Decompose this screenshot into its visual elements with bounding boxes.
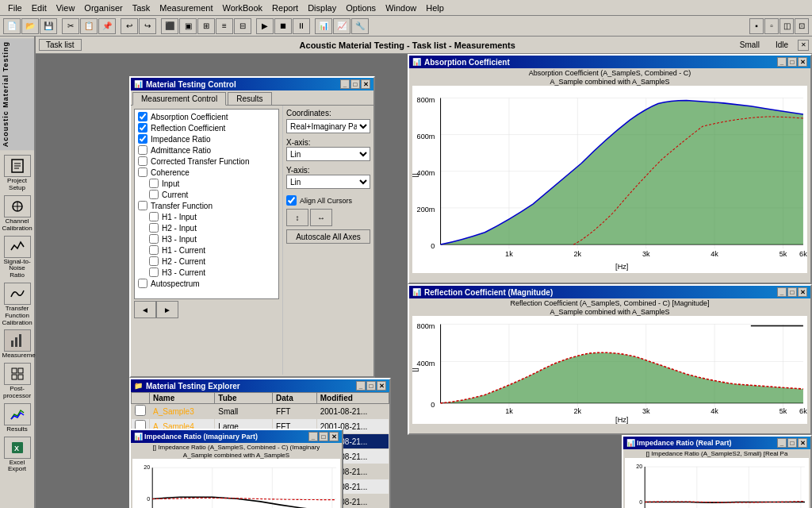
tb-b9[interactable]: 📊 <box>315 18 332 34</box>
tb-b3[interactable]: ⊞ <box>197 18 215 34</box>
cb-coh-input-check[interactable] <box>149 179 159 188</box>
tb-b8[interactable]: ⏸ <box>293 18 310 34</box>
tb-layout3[interactable]: ◫ <box>779 18 794 34</box>
imp-re-title-bar[interactable]: 📊 Impedance Ratio (Real Part) _ □ ✕ <box>623 437 810 449</box>
tb-layout1[interactable]: ▪ <box>749 18 764 34</box>
tb-b7[interactable]: ⏹ <box>274 18 292 34</box>
sidebar-btn-results[interactable]: Results <box>2 403 33 433</box>
tab-results[interactable]: Results <box>228 92 271 105</box>
ref-close[interactable]: ✕ <box>798 287 807 297</box>
cb-h2-input-check[interactable] <box>149 223 159 233</box>
cb-autospectrum[interactable]: Autospectrum <box>136 278 277 289</box>
cb-h3-current-check[interactable] <box>149 267 159 277</box>
task-bar-close[interactable]: ✕ <box>798 40 809 51</box>
ref-chart-area[interactable]: 800m 400m 0 [] <box>412 316 807 424</box>
cb-impedance-check[interactable] <box>138 134 147 144</box>
tb-cut[interactable]: ✂ <box>62 18 79 34</box>
cb-coherence-input[interactable]: Input <box>136 178 277 189</box>
menu-organiser[interactable]: Organiser <box>79 2 127 14</box>
cb-impedance[interactable]: Impedance Ratio <box>136 133 277 144</box>
cb-admittance[interactable]: Admittance Ratio <box>136 144 277 156</box>
cb-h1-current[interactable]: H1 - Current <box>136 244 277 256</box>
mte-minimize[interactable]: _ <box>356 381 366 391</box>
align-cursors-check[interactable] <box>286 195 297 206</box>
imp-im-minimize[interactable]: _ <box>308 432 318 441</box>
cb-h1-input[interactable]: H1 - Input <box>136 211 277 222</box>
imp-re-maximize[interactable]: □ <box>787 438 797 448</box>
mtc-close[interactable]: ✕ <box>361 79 370 89</box>
mtc-title-bar[interactable]: 📊 Material Testing Control _ □ ✕ <box>131 78 373 90</box>
cb-coherence-check[interactable] <box>138 167 147 177</box>
yaxis-select[interactable]: Lin Log <box>286 175 370 189</box>
tb-redo[interactable]: ↪ <box>139 18 156 34</box>
menu-help[interactable]: Help <box>421 2 449 14</box>
imp-re-close[interactable]: ✕ <box>798 438 807 448</box>
cb-corrected[interactable]: Corrected Transfer Function <box>136 156 277 167</box>
tb-b11[interactable]: 🔧 <box>351 18 369 34</box>
tb-b5[interactable]: ⊟ <box>234 18 251 34</box>
cursor-btn[interactable]: ↔ <box>310 209 332 226</box>
mte-maximize[interactable]: □ <box>366 381 376 391</box>
tb-b6[interactable]: ▶ <box>256 18 274 34</box>
cb-reflection[interactable]: Reflection Coefficient <box>136 122 277 133</box>
row-checkbox-cell[interactable] <box>132 404 150 419</box>
sidebar-btn-measurements[interactable]: Measurements <box>2 329 33 360</box>
imp-im-maximize[interactable]: □ <box>319 432 328 441</box>
list-scroll-right[interactable]: ► <box>156 301 178 318</box>
col-name[interactable]: Name <box>150 393 215 404</box>
tb-open[interactable]: 📂 <box>21 18 39 34</box>
cb-h2-current-check[interactable] <box>149 256 159 266</box>
cb-h3-input-check[interactable] <box>149 234 159 244</box>
imp-im-close[interactable]: ✕ <box>329 432 339 441</box>
col-modified[interactable]: Modified <box>316 393 389 404</box>
tab-measurement-control[interactable]: Measurement Control <box>132 92 226 106</box>
tb-new[interactable]: 📄 <box>3 18 21 34</box>
abs-close[interactable]: ✕ <box>798 57 807 67</box>
xaxis-select[interactable]: Lin Log <box>286 147 370 161</box>
cb-coh-current-check[interactable] <box>149 190 159 199</box>
ref-title-bar[interactable]: 📊 Reflection Coefficient (Magnitude) _ □… <box>409 286 810 298</box>
imp-im-title-bar[interactable]: 📊 Impedance Ratio (Imaginary Part) _ □ ✕ <box>131 430 342 443</box>
tb-b10[interactable]: 📈 <box>333 18 350 34</box>
tb-paste[interactable]: 📌 <box>98 18 116 34</box>
coords-select[interactable]: Real+Imaginary Part <box>286 119 370 133</box>
abs-maximize[interactable]: □ <box>787 57 797 67</box>
col-tube[interactable]: Tube <box>215 393 273 404</box>
menu-file[interactable]: File <box>3 2 27 14</box>
menu-view[interactable]: View <box>52 2 80 14</box>
cb-absorption-check[interactable] <box>138 112 147 121</box>
cb-h3-input[interactable]: H3 - Input <box>136 233 277 244</box>
tb-save[interactable]: 💾 <box>40 18 57 34</box>
autoscale-btn[interactable]: Autoscale All Axes <box>286 229 370 244</box>
cb-h1-input-check[interactable] <box>149 212 159 221</box>
mtc-minimize[interactable]: _ <box>340 79 350 89</box>
cb-autospectrum-check[interactable] <box>138 279 147 288</box>
ref-maximize[interactable]: □ <box>787 287 797 297</box>
mte-close[interactable]: ✕ <box>377 381 386 391</box>
imp-re-minimize[interactable]: _ <box>777 438 787 448</box>
list-scroll-left[interactable]: ◄ <box>134 301 156 318</box>
abs-chart-area[interactable]: 800m 600m 400m 200m 0 [] <box>412 86 807 273</box>
tb-b2[interactable]: ▣ <box>179 18 197 34</box>
sidebar-btn-excel[interactable]: X Excel Export <box>2 437 33 474</box>
menu-report[interactable]: Report <box>267 2 303 14</box>
tb-b1[interactable]: ⬛ <box>161 18 178 34</box>
cb-corrected-check[interactable] <box>138 156 147 166</box>
task-tab[interactable]: Task list <box>39 39 82 51</box>
cb-transfer[interactable]: Transfer Function <box>136 200 277 211</box>
menu-task[interactable]: Task <box>128 2 155 14</box>
abs-title-bar[interactable]: 📊 Absorption Coefficient _ □ ✕ <box>409 56 810 68</box>
menu-options[interactable]: Options <box>341 2 381 14</box>
tb-copy[interactable]: 📋 <box>80 18 98 34</box>
abs-minimize[interactable]: _ <box>777 57 787 67</box>
sidebar-btn-post[interactable]: Post-processor <box>2 363 33 400</box>
cb-transfer-check[interactable] <box>138 201 147 210</box>
cb-h3-current[interactable]: H3 - Current <box>136 267 277 278</box>
mtc-maximize[interactable]: □ <box>350 79 360 89</box>
cb-h1-current-check[interactable] <box>149 245 159 255</box>
cb-admittance-check[interactable] <box>138 145 147 155</box>
tb-layout2[interactable]: ▫ <box>764 18 779 34</box>
sidebar-btn-project[interactable]: ProjectSetup <box>2 155 33 192</box>
tb-undo[interactable]: ↩ <box>121 18 138 34</box>
table-row[interactable]: A_Sample3 Small FFT 2001-08-21... <box>132 404 389 419</box>
